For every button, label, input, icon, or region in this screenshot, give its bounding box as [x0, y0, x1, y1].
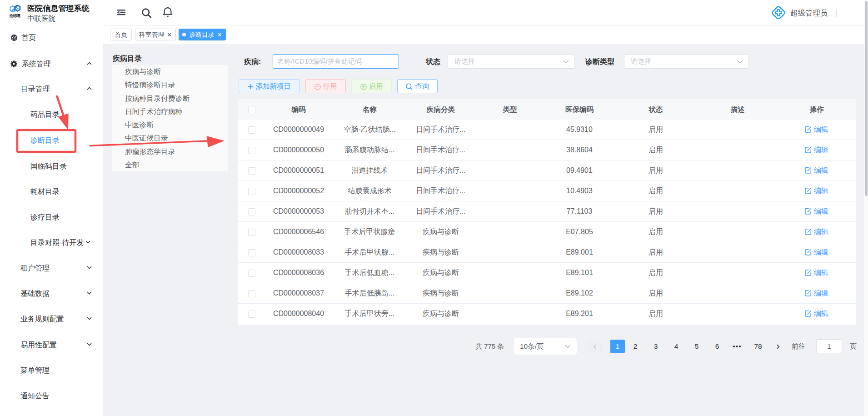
svg-text:HEALTH LINK: HEALTH LINK [10, 17, 21, 19]
